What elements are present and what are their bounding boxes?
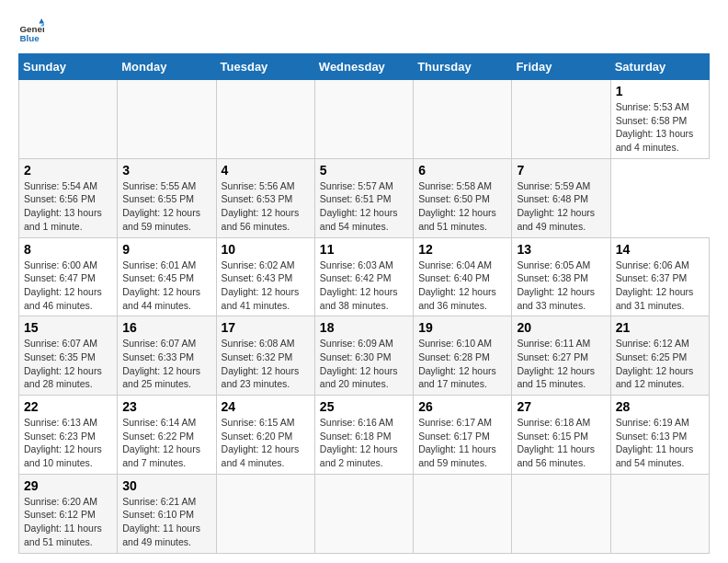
day-cell-19: 19 Sunrise: 6:10 AMSunset: 6:28 PMDaylig…: [414, 316, 512, 396]
day-detail: Sunrise: 6:07 AMSunset: 6:35 PMDaylight:…: [24, 337, 112, 391]
day-number: 10: [222, 242, 310, 257]
day-cell-25: 25 Sunrise: 6:16 AMSunset: 6:18 PMDaylig…: [314, 396, 413, 475]
empty-cell: [216, 80, 314, 159]
day-cell-16: 16 Sunrise: 6:07 AMSunset: 6:33 PMDaylig…: [118, 316, 216, 396]
day-detail: Sunrise: 6:09 AMSunset: 6:30 PMDaylight:…: [320, 337, 408, 391]
day-cell-13: 13 Sunrise: 6:05 AMSunset: 6:38 PMDaylig…: [512, 237, 610, 316]
day-cell-11: 11 Sunrise: 6:03 AMSunset: 6:42 PMDaylig…: [314, 237, 413, 316]
day-cell-4: 4 Sunrise: 5:56 AMSunset: 6:53 PMDayligh…: [216, 158, 314, 237]
day-cell-1: 1 Sunrise: 5:53 AMSunset: 6:58 PMDayligh…: [610, 80, 709, 159]
day-detail: Sunrise: 6:17 AMSunset: 6:17 PMDaylight:…: [418, 416, 506, 470]
day-cell-12: 12 Sunrise: 6:04 AMSunset: 6:40 PMDaylig…: [414, 237, 512, 316]
day-cell-26: 26 Sunrise: 6:17 AMSunset: 6:17 PMDaylig…: [414, 396, 512, 475]
day-detail: Sunrise: 6:06 AMSunset: 6:37 PMDaylight:…: [616, 259, 704, 313]
day-cell-2: 2 Sunrise: 5:54 AMSunset: 6:56 PMDayligh…: [19, 158, 118, 237]
day-detail: Sunrise: 6:03 AMSunset: 6:42 PMDaylight:…: [320, 259, 408, 313]
day-number: 5: [320, 163, 408, 178]
day-number: 14: [616, 242, 704, 257]
day-detail: Sunrise: 6:12 AMSunset: 6:25 PMDaylight:…: [616, 337, 704, 391]
day-cell-28: 28 Sunrise: 6:19 AMSunset: 6:13 PMDaylig…: [610, 396, 709, 475]
logo-icon: General Blue: [18, 18, 44, 44]
day-detail: Sunrise: 6:01 AMSunset: 6:45 PMDaylight:…: [122, 259, 210, 313]
day-cell-6: 6 Sunrise: 5:58 AMSunset: 6:50 PMDayligh…: [414, 158, 512, 237]
day-detail: Sunrise: 6:07 AMSunset: 6:33 PMDaylight:…: [122, 337, 210, 391]
day-number: 19: [418, 320, 506, 335]
day-number: 18: [320, 320, 408, 335]
day-cell-7: 7 Sunrise: 5:59 AMSunset: 6:48 PMDayligh…: [512, 158, 610, 237]
day-detail: Sunrise: 6:14 AMSunset: 6:22 PMDaylight:…: [122, 416, 210, 470]
day-number: 28: [616, 399, 704, 414]
day-cell-18: 18 Sunrise: 6:09 AMSunset: 6:30 PMDaylig…: [314, 316, 413, 396]
week-row-5: 22 Sunrise: 6:13 AMSunset: 6:23 PMDaylig…: [19, 396, 710, 475]
day-cell-10: 10 Sunrise: 6:02 AMSunset: 6:43 PMDaylig…: [216, 237, 314, 316]
empty-cell: [414, 474, 512, 553]
logo: General Blue: [18, 18, 48, 44]
day-cell-17: 17 Sunrise: 6:08 AMSunset: 6:32 PMDaylig…: [216, 316, 314, 396]
day-cell-15: 15 Sunrise: 6:07 AMSunset: 6:35 PMDaylig…: [19, 316, 118, 396]
day-number: 27: [517, 399, 605, 414]
svg-marker-2: [39, 18, 44, 24]
col-header-monday: Monday: [118, 54, 216, 80]
day-cell-21: 21 Sunrise: 6:12 AMSunset: 6:25 PMDaylig…: [610, 316, 709, 396]
day-cell-8: 8 Sunrise: 6:00 AMSunset: 6:47 PMDayligh…: [19, 237, 118, 316]
day-cell-20: 20 Sunrise: 6:11 AMSunset: 6:27 PMDaylig…: [512, 316, 610, 396]
page-header: General Blue: [18, 18, 710, 44]
day-detail: Sunrise: 6:21 AMSunset: 6:10 PMDaylight:…: [122, 495, 210, 549]
day-number: 22: [24, 399, 112, 414]
col-header-saturday: Saturday: [610, 54, 709, 80]
header-row: SundayMondayTuesdayWednesdayThursdayFrid…: [19, 54, 710, 80]
day-detail: Sunrise: 6:20 AMSunset: 6:12 PMDaylight:…: [24, 495, 112, 549]
day-detail: Sunrise: 6:16 AMSunset: 6:18 PMDaylight:…: [320, 416, 408, 470]
empty-cell: [118, 80, 216, 159]
day-number: 20: [517, 320, 605, 335]
col-header-tuesday: Tuesday: [216, 54, 314, 80]
week-row-1: 1 Sunrise: 5:53 AMSunset: 6:58 PMDayligh…: [19, 80, 710, 159]
day-number: 2: [24, 163, 112, 178]
day-number: 6: [418, 163, 506, 178]
day-detail: Sunrise: 6:13 AMSunset: 6:23 PMDaylight:…: [24, 416, 112, 470]
day-number: 29: [24, 478, 112, 493]
empty-cell: [610, 474, 709, 553]
day-detail: Sunrise: 6:18 AMSunset: 6:15 PMDaylight:…: [517, 416, 605, 470]
day-number: 9: [122, 242, 210, 257]
day-detail: Sunrise: 5:53 AMSunset: 6:58 PMDaylight:…: [616, 100, 704, 155]
day-detail: Sunrise: 6:02 AMSunset: 6:43 PMDaylight:…: [222, 259, 310, 313]
day-detail: Sunrise: 6:10 AMSunset: 6:28 PMDaylight:…: [418, 337, 506, 391]
day-cell-22: 22 Sunrise: 6:13 AMSunset: 6:23 PMDaylig…: [19, 396, 118, 475]
day-detail: Sunrise: 5:58 AMSunset: 6:50 PMDaylight:…: [418, 179, 506, 234]
calendar-table: SundayMondayTuesdayWednesdayThursdayFrid…: [18, 53, 710, 554]
day-detail: Sunrise: 5:59 AMSunset: 6:48 PMDaylight:…: [517, 179, 605, 234]
col-header-thursday: Thursday: [414, 54, 512, 80]
day-number: 26: [418, 399, 506, 414]
empty-cell: [19, 80, 118, 159]
col-header-sunday: Sunday: [19, 54, 118, 80]
day-number: 21: [616, 320, 704, 335]
day-detail: Sunrise: 5:55 AMSunset: 6:55 PMDaylight:…: [122, 179, 210, 234]
empty-cell: [512, 80, 610, 159]
day-detail: Sunrise: 6:15 AMSunset: 6:20 PMDaylight:…: [222, 416, 310, 470]
day-cell-30: 30 Sunrise: 6:21 AMSunset: 6:10 PMDaylig…: [118, 474, 216, 553]
day-detail: Sunrise: 6:00 AMSunset: 6:47 PMDaylight:…: [24, 259, 112, 313]
day-number: 30: [122, 478, 210, 493]
col-header-friday: Friday: [512, 54, 610, 80]
day-cell-23: 23 Sunrise: 6:14 AMSunset: 6:22 PMDaylig…: [118, 396, 216, 475]
day-number: 24: [222, 399, 310, 414]
day-detail: Sunrise: 6:04 AMSunset: 6:40 PMDaylight:…: [418, 259, 506, 313]
day-detail: Sunrise: 6:08 AMSunset: 6:32 PMDaylight:…: [222, 337, 310, 391]
col-header-wednesday: Wednesday: [314, 54, 413, 80]
day-cell-9: 9 Sunrise: 6:01 AMSunset: 6:45 PMDayligh…: [118, 237, 216, 316]
day-number: 4: [222, 163, 310, 178]
day-cell-24: 24 Sunrise: 6:15 AMSunset: 6:20 PMDaylig…: [216, 396, 314, 475]
empty-cell: [216, 474, 314, 553]
day-detail: Sunrise: 6:05 AMSunset: 6:38 PMDaylight:…: [517, 259, 605, 313]
day-number: 8: [24, 242, 112, 257]
day-number: 7: [517, 163, 605, 178]
day-cell-14: 14 Sunrise: 6:06 AMSunset: 6:37 PMDaylig…: [610, 237, 709, 316]
svg-text:Blue: Blue: [19, 33, 40, 43]
week-row-3: 8 Sunrise: 6:00 AMSunset: 6:47 PMDayligh…: [19, 237, 710, 316]
empty-cell: [512, 474, 610, 553]
day-number: 1: [616, 84, 704, 98]
day-number: 16: [122, 320, 210, 335]
day-cell-5: 5 Sunrise: 5:57 AMSunset: 6:51 PMDayligh…: [314, 158, 413, 237]
day-number: 11: [320, 242, 408, 257]
